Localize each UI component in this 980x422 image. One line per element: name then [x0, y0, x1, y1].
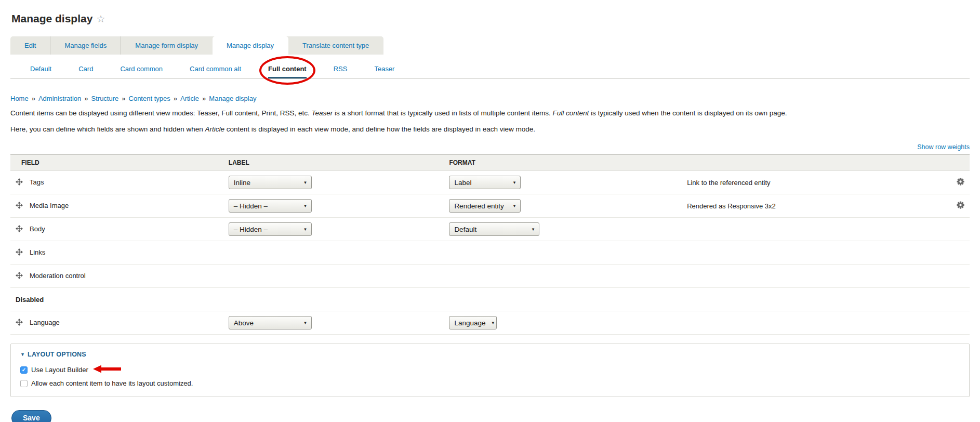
view-mode-tabs: DefaultCardCard commonCard common altFul… — [10, 60, 970, 79]
field-name: Language — [30, 319, 60, 326]
drag-handle[interactable] — [16, 319, 23, 327]
breadcrumb-link-home[interactable]: Home — [10, 95, 29, 102]
tab-manage-form-display[interactable]: Manage form display — [121, 36, 213, 55]
view-mode-tab-card-common-alt[interactable]: Card common alt — [190, 60, 241, 78]
field-row-links: Links — [10, 241, 970, 265]
drag-handle[interactable] — [16, 272, 23, 281]
page-title: Manage display☆ — [11, 12, 970, 25]
select-value: Inline — [234, 179, 250, 187]
intro-text-segment: is typically used when the content is di… — [589, 109, 787, 117]
view-mode-tab-full-content[interactable]: Full content — [268, 60, 307, 78]
view-mode-tab-wrap-card-common: Card common — [120, 60, 163, 78]
select-value: Default — [454, 226, 476, 233]
format-select-language[interactable]: Language▾ — [449, 316, 497, 329]
format-select-body[interactable]: Default▾ — [449, 222, 539, 236]
show-row-weights-link[interactable]: Show row weights — [917, 143, 970, 151]
field-name: Moderation control — [30, 272, 86, 280]
breadcrumb-link-article[interactable]: Article — [180, 95, 199, 102]
allow-each-content-item-to-have-its-layout-customized-checkbox[interactable] — [20, 380, 28, 387]
tab-manage-fields[interactable]: Manage fields — [50, 36, 121, 55]
view-mode-tab-card[interactable]: Card — [78, 60, 93, 78]
dropdown-arrow-icon: ▾ — [304, 320, 307, 325]
view-mode-tab-default[interactable]: Default — [30, 60, 51, 78]
label-cell — [223, 265, 444, 288]
breadcrumb: Home»Administration»Structure»Content ty… — [10, 95, 970, 102]
column-header-summary — [682, 155, 943, 171]
page-title-text: Manage display — [11, 12, 92, 24]
field-name-cell: Links — [10, 241, 223, 265]
label-select-body[interactable]: – Hidden –▾ — [229, 222, 312, 236]
intro-text-segment: Article — [205, 125, 225, 133]
use-layout-builder-checkbox[interactable]: ✓ — [20, 366, 28, 374]
intro-text-segment: Content items can be displayed using dif… — [10, 109, 312, 117]
drag-handle-icon — [16, 178, 23, 186]
label-cell: – Hidden –▾ — [223, 194, 444, 218]
breadcrumb-separator: » — [202, 95, 206, 102]
view-mode-tab-wrap-default: Default — [30, 60, 51, 78]
label-select-tags[interactable]: Inline▾ — [229, 176, 312, 189]
drag-handle[interactable] — [16, 248, 23, 257]
select-value: Label — [454, 179, 471, 187]
field-row-media-image: Media Image– Hidden –▾Rendered entity▾Re… — [10, 194, 970, 218]
field-row-language: LanguageAbove▾Language▾ — [10, 311, 970, 335]
format-select-media-image[interactable]: Rendered entity▾ — [449, 199, 521, 213]
tab-manage-display[interactable]: Manage display — [213, 36, 288, 55]
dropdown-arrow-icon: ▾ — [304, 203, 307, 208]
breadcrumb-link-structure[interactable]: Structure — [91, 95, 119, 102]
tab-edit[interactable]: Edit — [10, 36, 50, 55]
settings-cell — [943, 194, 970, 218]
field-name: Links — [30, 248, 45, 256]
select-value: – Hidden – — [234, 202, 268, 210]
tab-translate-content-type[interactable]: Translate content type — [288, 36, 383, 55]
field-name: Body — [30, 225, 45, 233]
field-name-cell: Moderation control — [10, 265, 223, 288]
label-cell: – Hidden –▾ — [223, 218, 444, 241]
select-value: Rendered entity — [454, 202, 504, 210]
section-row-disabled: Disabled — [10, 288, 970, 311]
layout-options-body: ✓Use Layout BuilderAllow each content it… — [20, 365, 960, 387]
save-button[interactable]: Save — [11, 410, 51, 422]
drag-handle-icon — [16, 225, 23, 232]
field-settings-button-media-image[interactable] — [957, 201, 964, 210]
drag-handle[interactable] — [16, 202, 23, 210]
breadcrumb-separator: » — [32, 95, 35, 102]
settings-cell — [943, 265, 970, 288]
layout-options-fieldset: ▼LAYOUT OPTIONS ✓Use Layout BuilderAllow… — [10, 344, 970, 397]
format-select-tags[interactable]: Label▾ — [449, 176, 521, 189]
row-weights-toggle: Show row weights — [10, 143, 970, 151]
field-settings-button-tags[interactable] — [957, 178, 964, 187]
layout-options-legend-text: LAYOUT OPTIONS — [28, 351, 86, 358]
label-select-media-image[interactable]: – Hidden –▾ — [229, 199, 312, 213]
format-cell — [444, 241, 682, 265]
drag-handle-icon — [16, 248, 23, 256]
format-summary-cell — [682, 265, 943, 288]
table-header-row: FIELD LABEL FORMAT — [10, 155, 970, 171]
label-select-language[interactable]: Above▾ — [229, 316, 312, 329]
view-mode-tab-card-common[interactable]: Card common — [120, 60, 163, 78]
favorite-star-icon[interactable]: ☆ — [96, 14, 105, 24]
drag-handle[interactable] — [16, 225, 23, 234]
dropdown-arrow-icon: ▾ — [513, 180, 516, 185]
column-header-settings — [943, 155, 970, 171]
view-mode-tab-wrap-card: Card — [78, 60, 93, 78]
format-summary: Link to the referenced entity — [687, 179, 770, 187]
dropdown-arrow-icon: ▾ — [513, 203, 516, 208]
layout-options-legend[interactable]: ▼LAYOUT OPTIONS — [20, 351, 960, 358]
dropdown-arrow-icon: ▾ — [304, 180, 307, 185]
view-mode-tab-wrap-teaser: Teaser — [374, 60, 394, 78]
checkbox-row-allow-each-content-item-to-have-its-layout-customized[interactable]: Allow each content item to have its layo… — [20, 379, 960, 387]
checkbox-row-use-layout-builder[interactable]: ✓Use Layout Builder — [20, 365, 960, 375]
view-mode-tab-rss[interactable]: RSS — [334, 60, 348, 78]
breadcrumb-link-manage-display[interactable]: Manage display — [209, 95, 256, 102]
breadcrumb-link-administration[interactable]: Administration — [38, 95, 81, 102]
label-cell: Above▾ — [223, 311, 444, 335]
field-name: Tags — [30, 178, 44, 186]
red-arrow-annotation — [93, 365, 121, 373]
view-mode-tab-teaser[interactable]: Teaser — [374, 60, 394, 78]
breadcrumb-link-content-types[interactable]: Content types — [129, 95, 170, 102]
drag-handle[interactable] — [16, 178, 23, 187]
label-cell: Inline▾ — [223, 171, 444, 194]
primary-tabs: EditManage fieldsManage form displayMana… — [10, 36, 383, 55]
settings-cell — [943, 241, 970, 265]
red-arrow-wrap — [88, 365, 121, 375]
